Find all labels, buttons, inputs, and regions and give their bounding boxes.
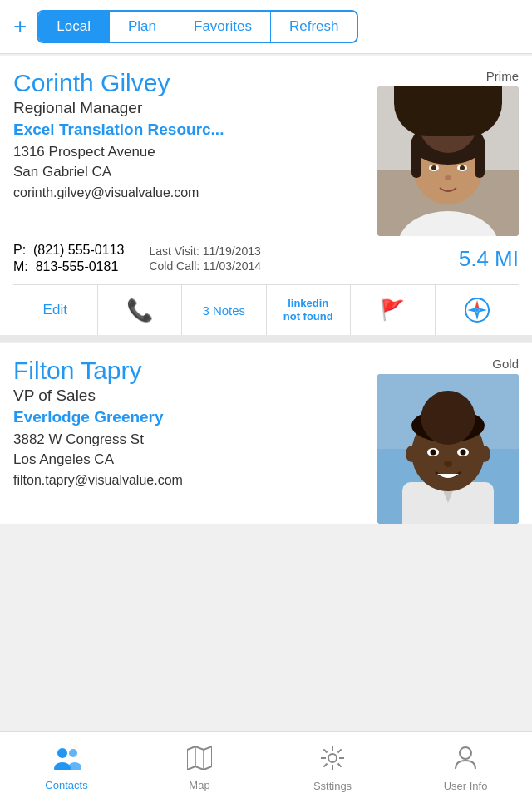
tab-refresh[interactable]: Refresh (271, 12, 357, 42)
card-divider (0, 335, 532, 342)
svg-line-48 (323, 763, 327, 766)
photo-wrapper-2: Gold (377, 357, 519, 524)
svg-rect-20 (377, 374, 519, 449)
svg-point-27 (479, 446, 490, 462)
distance-1: 5.4 MI (459, 246, 519, 272)
svg-point-11 (460, 165, 465, 170)
email-2[interactable]: filton.tapry@visualvalue.com (13, 473, 377, 488)
contact-card-2: Filton Tapry VP of Sales Everlodge Green… (0, 343, 532, 524)
map-icon (187, 746, 212, 776)
notes-button-1[interactable]: 3 Notes (182, 285, 267, 335)
map-tab-label: Map (189, 779, 209, 791)
badge-2: Gold (492, 357, 519, 371)
phone-col-1: P: (821) 555-0113 M: 813-555-0181 (13, 243, 124, 274)
svg-point-14 (475, 308, 479, 312)
contact-info-1: Corinth Gilvey Regional Manager Excel Tr… (13, 69, 377, 200)
svg-point-40 (328, 754, 337, 762)
svg-line-46 (338, 763, 342, 766)
address-1: 1316 Prospect Avenue San Gabriel CA (13, 142, 377, 182)
svg-point-32 (444, 461, 452, 467)
svg-point-33 (57, 748, 67, 758)
phone-icon-1: 📞 (126, 298, 153, 323)
linkedin-badge-1: linkedin not found (283, 297, 333, 323)
bottom-tab-settings[interactable]: Ssttings (266, 739, 399, 792)
linkedin-line1: linkedin (288, 297, 328, 310)
contact-info-2: Filton Tapry VP of Sales Everlodge Green… (13, 357, 377, 488)
photo-wrapper-1: Prime (377, 69, 519, 236)
tab-group: Local Plan Favorites Refresh (37, 10, 358, 43)
contact-photo-1 (377, 86, 519, 236)
email-1[interactable]: corinth.gilvey@visualvalue.com (13, 185, 377, 200)
contact-name-2: Filton Tapry (13, 357, 377, 385)
svg-point-34 (54, 762, 71, 770)
address-2: 3882 W Congress St Los Angeles CA (13, 430, 377, 470)
phone-m-1[interactable]: 813-555-0181 (36, 259, 119, 273)
portrait-svg-1 (377, 86, 519, 236)
linkedin-button-1[interactable]: linkedin not found (267, 285, 352, 335)
svg-point-36 (68, 762, 81, 770)
flag-icon-1: 🚩 (380, 298, 405, 322)
bottom-tab-userinfo[interactable]: User Info (399, 739, 532, 792)
compass-icon-1 (464, 297, 490, 323)
user-icon (455, 746, 476, 776)
tab-plan[interactable]: Plan (110, 12, 175, 42)
cold-call-1: Cold Call: 11/03/2014 (149, 259, 261, 273)
contact-photo-2 (377, 374, 519, 524)
visit-col-1: Last Visit: 11/19/2013 Cold Call: 11/03/… (149, 244, 261, 273)
settings-icon (320, 746, 345, 776)
notes-label-1: 3 Notes (202, 303, 245, 318)
bottom-tab-map[interactable]: Map (133, 740, 266, 791)
phones-row-1: P: (821) 555-0113 M: 813-555-0181 Last V… (13, 236, 519, 281)
tab-local[interactable]: Local (38, 12, 110, 42)
bottom-tab-bar: Contacts Map (0, 732, 532, 798)
company-name-2[interactable]: Everlodge Greenery (13, 408, 377, 426)
portrait-svg-2 (377, 374, 519, 524)
svg-point-5 (411, 121, 485, 165)
contacts-icon (52, 746, 81, 776)
svg-point-26 (406, 446, 417, 462)
svg-point-9 (431, 165, 436, 170)
svg-point-12 (445, 175, 451, 180)
compass-button-1[interactable] (436, 285, 520, 335)
contact-name-1: Corinth Gilvey (13, 69, 377, 97)
svg-point-31 (461, 450, 466, 456)
contact-card-1: Corinth Gilvey Regional Manager Excel Tr… (0, 56, 532, 335)
svg-point-25 (411, 409, 485, 442)
phone-p-label: P: (821) 555-0113 (13, 243, 124, 258)
contact-title-1: Regional Manager (13, 99, 377, 117)
contacts-tab-label: Contacts (45, 779, 87, 791)
svg-point-35 (69, 749, 77, 757)
contact-title-2: VP of Sales (13, 387, 377, 405)
badge-1: Prime (486, 69, 519, 83)
address-line2-1: San Gabriel CA (13, 162, 377, 182)
flag-button-1[interactable]: 🚩 (351, 285, 436, 335)
svg-rect-7 (475, 136, 485, 178)
action-bar-1: Edit 📞 3 Notes linkedin not found 🚩 (13, 284, 519, 335)
settings-tab-label: Ssttings (313, 780, 352, 792)
top-nav: + Local Plan Favorites Refresh (0, 0, 532, 54)
svg-rect-6 (411, 136, 421, 178)
svg-point-29 (431, 450, 436, 456)
svg-point-49 (460, 747, 471, 759)
userinfo-tab-label: User Info (444, 780, 488, 792)
linkedin-line2: not found (283, 310, 333, 323)
svg-marker-37 (187, 746, 212, 770)
last-visit-1: Last Visit: 11/19/2013 (149, 244, 261, 258)
address-line1-1: 1316 Prospect Avenue (13, 142, 377, 162)
address-line1-2: 3882 W Congress St (13, 430, 377, 450)
svg-line-47 (338, 749, 342, 752)
bottom-tab-contacts[interactable]: Contacts (0, 740, 133, 791)
add-button[interactable]: + (13, 15, 27, 38)
tab-favorites[interactable]: Favorites (175, 12, 271, 42)
edit-button-1[interactable]: Edit (13, 285, 98, 335)
call-button-1[interactable]: 📞 (98, 285, 183, 335)
phone-p-1[interactable]: (821) 555-0113 (33, 243, 124, 257)
svg-point-24 (411, 415, 485, 491)
edit-label-1: Edit (43, 302, 67, 318)
svg-line-45 (323, 749, 327, 752)
address-line2-2: Los Angeles CA (13, 450, 377, 470)
company-name-1[interactable]: Excel Translation Resourc... (13, 121, 377, 139)
phone-m-label: M: 813-555-0181 (13, 259, 124, 274)
